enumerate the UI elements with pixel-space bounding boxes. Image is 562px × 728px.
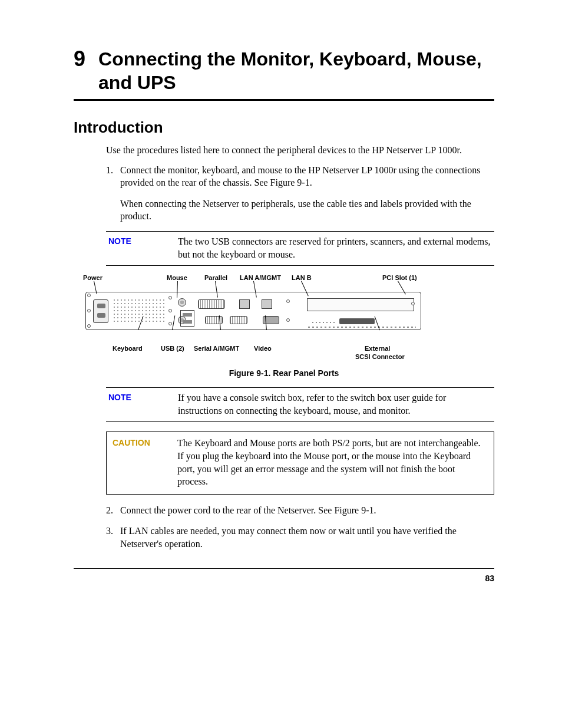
serial-port-icon	[230, 316, 247, 324]
footer-rule	[74, 568, 494, 569]
step-body: Connect the monitor, keyboard, and mouse…	[120, 164, 494, 223]
rear-panel-diagram: Power Mouse Parallel LAN A/MGMT LAN B PC…	[74, 274, 494, 363]
screw-icon	[87, 324, 91, 328]
chapter-title: Connecting the Monitor, Keyboard, Mouse,…	[98, 47, 494, 94]
step-text: If LAN cables are needed, you may connec…	[120, 525, 494, 550]
screw-icon	[168, 322, 172, 325]
caution-block: CAUTION The Keyboard and Mouse ports are…	[106, 431, 494, 494]
screw-icon	[168, 296, 172, 299]
chapter-number: 9	[74, 47, 85, 70]
note-block: NOTE The two USB connectors are reserved…	[106, 231, 494, 266]
document-page: 9 Connecting the Monitor, Keyboard, Mous…	[0, 0, 562, 607]
lan-b-port-icon	[262, 299, 272, 309]
list-item: 2. Connect the power cord to the rear of…	[106, 504, 494, 517]
screw-icon	[87, 309, 91, 312]
step-list: 1. Connect the monitor, keyboard, and mo…	[106, 164, 494, 223]
step-number: 2.	[106, 504, 120, 517]
note-block: NOTE If you have a console switch box, r…	[106, 387, 494, 422]
led-row-icon	[311, 321, 335, 324]
label-lan-a: LAN A/MGMT	[240, 274, 281, 281]
step-text: Connect the power cord to the rear of th…	[120, 504, 376, 517]
pci-slot-icon	[307, 298, 414, 311]
mouse-port-icon	[178, 298, 186, 307]
lan-a-port-icon	[239, 299, 250, 309]
note-label: NOTE	[108, 235, 178, 261]
chapter-header: 9 Connecting the Monitor, Keyboard, Mous…	[74, 47, 494, 94]
label-video: Video	[254, 345, 272, 352]
note-bottom-rule	[106, 265, 494, 266]
page-number: 83	[74, 574, 494, 583]
label-pci: PCI Slot (1)	[382, 274, 417, 281]
caution-label: CAUTION	[113, 437, 177, 487]
step-body: If LAN cables are needed, you may connec…	[120, 525, 494, 550]
screw-icon	[286, 299, 290, 303]
label-power: Power	[83, 274, 103, 281]
note-bottom-rule	[106, 421, 494, 422]
vent-dots-icon	[307, 325, 416, 329]
screw-icon	[168, 309, 172, 312]
intro-paragraph: Use the procedures listed here to connec…	[106, 144, 494, 157]
screw-icon	[411, 302, 415, 305]
step-number: 3.	[106, 525, 120, 550]
parallel-port-icon	[198, 299, 225, 309]
screw-icon	[87, 294, 91, 297]
label-scsi-2: SCSI Connector	[355, 353, 405, 360]
note-row: NOTE If you have a console switch box, r…	[106, 388, 494, 421]
label-usb: USB (2)	[161, 345, 184, 352]
scsi-connector-icon	[339, 318, 375, 324]
step-text: When connecting the Netserver to periphe…	[120, 197, 494, 223]
section-heading: Introduction	[74, 118, 494, 137]
list-item: 1. Connect the monitor, keyboard, and mo…	[106, 164, 494, 223]
note-text: If you have a console switch box, refer …	[178, 391, 492, 417]
note-label: NOTE	[108, 391, 178, 417]
label-parallel: Parallel	[204, 274, 227, 281]
header-rule	[74, 99, 494, 101]
figure-caption: Figure 9-1. Rear Panel Ports	[74, 368, 494, 378]
note-text: The two USB connectors are reserved for …	[178, 235, 492, 261]
caution-text: The Keyboard and Mouse ports are both PS…	[177, 437, 488, 487]
screw-icon	[286, 318, 290, 322]
vent-grille-icon	[113, 298, 166, 324]
note-row: NOTE The two USB connectors are reserved…	[106, 232, 494, 265]
list-item: 3. If LAN cables are needed, you may con…	[106, 525, 494, 550]
label-serial: Serial A/MGMT	[194, 345, 239, 352]
step-text: Connect the monitor, keyboard, and mouse…	[120, 164, 494, 189]
caution-row: CAUTION The Keyboard and Mouse ports are…	[107, 432, 494, 493]
label-mouse: Mouse	[167, 274, 187, 281]
step-list-continued: 2. Connect the power cord to the rear of…	[106, 504, 494, 551]
step-number: 1.	[106, 164, 120, 223]
label-keyboard: Keyboard	[113, 345, 143, 352]
usb-ports-icon	[180, 310, 194, 327]
label-scsi-1: External	[365, 345, 390, 352]
power-connector-icon	[93, 299, 108, 323]
step-body: Connect the power cord to the rear of th…	[120, 504, 376, 517]
chassis-rear-panel	[85, 292, 421, 330]
